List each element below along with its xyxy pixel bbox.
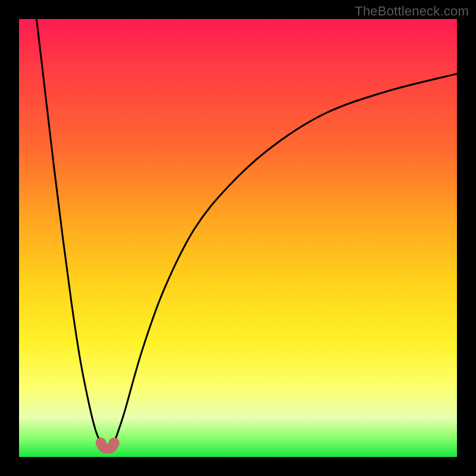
plot-area: [19, 19, 457, 457]
bottleneck-curve: [36, 19, 457, 443]
valley-marker-dot: [96, 437, 107, 448]
chart-frame: TheBottleneck.com: [0, 0, 476, 476]
curve-left-branch: [36, 19, 101, 443]
curve-right-branch: [114, 74, 457, 443]
valley-marker-dot: [109, 437, 120, 448]
curve-layer: [19, 19, 457, 457]
valley-markers: [96, 437, 120, 449]
watermark-text: TheBottleneck.com: [355, 4, 469, 19]
